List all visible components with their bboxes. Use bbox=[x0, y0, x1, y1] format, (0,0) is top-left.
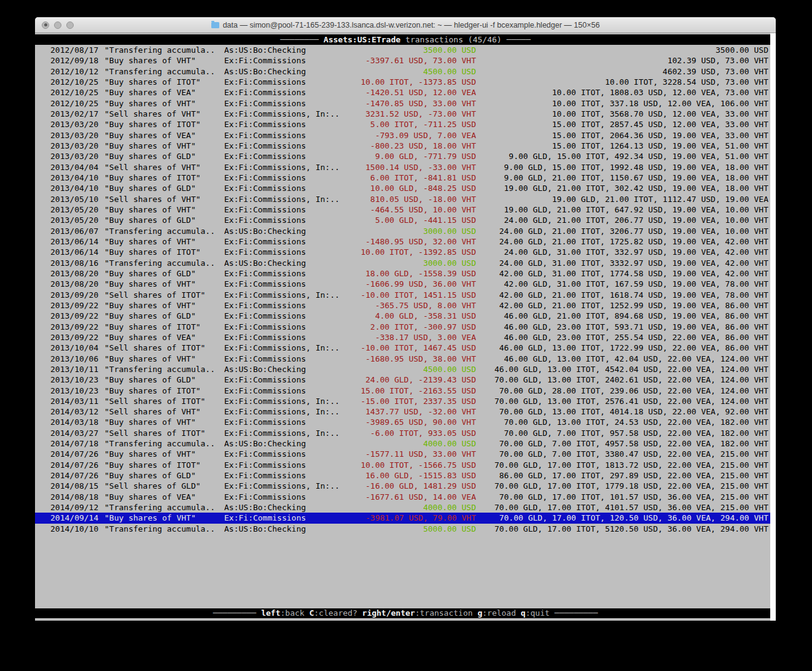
transaction-row[interactable]: 2013/06/14"Buy shares of ITOT"Ex:Fi:Comm… bbox=[35, 247, 776, 257]
transaction-row[interactable]: 2012/10/25"Buy shares of VEA"Ex:Fi:Commi… bbox=[35, 87, 776, 98]
transaction-row[interactable]: 2013/10/11"Transfering accumula..As:US:B… bbox=[35, 364, 776, 374]
transaction-row[interactable]: 2013/08/20"Buy shares of VHT"Ex:Fi:Commi… bbox=[35, 279, 776, 289]
cell-acct: Ex:Fi:Commissions, In:.. bbox=[224, 343, 345, 353]
transaction-row[interactable]: 2013/05/10"Sell shares of VHT"Ex:Fi:Comm… bbox=[35, 194, 776, 204]
footer-keybindings: left:back C:cleared? right/enter:transac… bbox=[261, 608, 550, 618]
transaction-row[interactable]: 2013/06/07"Transfering accumula..As:US:B… bbox=[35, 226, 776, 236]
keybinding-action: :cleared? bbox=[314, 608, 357, 618]
transaction-row[interactable]: 2013/09/22"Buy shares of VEA"Ex:Fi:Commi… bbox=[35, 332, 776, 343]
cell-desc: "Sell shares of VHT" bbox=[104, 162, 224, 173]
cell-chg: -6.00 ITOT, 933.05 USD bbox=[345, 428, 476, 438]
transactions-list: 2012/08/17"Transfering accumula..As:US:B… bbox=[35, 45, 776, 534]
cell-chg: -3981.07 USD, 79.00 VHT bbox=[345, 513, 476, 523]
cell-desc: "Buy shares of VHT" bbox=[104, 300, 224, 311]
titlebar[interactable]: data — simon@pool-71-165-239-133.lsanca.… bbox=[35, 17, 776, 33]
transaction-row[interactable]: 2012/09/18"Buy shares of VHT"Ex:Fi:Commi… bbox=[35, 55, 776, 66]
transaction-row[interactable]: 2013/04/10"Buy shares of GLD"Ex:Fi:Commi… bbox=[35, 183, 776, 193]
transaction-row[interactable]: 2013/04/10"Buy shares of ITOT"Ex:Fi:Comm… bbox=[35, 173, 776, 183]
transaction-row[interactable]: 2013/03/20"Buy shares of ITOT"Ex:Fi:Comm… bbox=[35, 119, 776, 130]
cell-acct: Ex:Fi:Commissions bbox=[224, 141, 345, 151]
header-dashes-left: ──────── bbox=[280, 35, 319, 44]
cell-desc: "Buy shares of VEA" bbox=[104, 332, 224, 343]
transaction-row[interactable]: 2012/10/12"Transfering accumula..As:US:B… bbox=[35, 66, 776, 77]
transaction-row[interactable]: 2014/07/26"Buy shares of ITOT"Ex:Fi:Comm… bbox=[35, 460, 776, 470]
cell-bal: 86.00 GLD, 17.00 ITOT, 297.89 USD, 22.00… bbox=[476, 470, 768, 481]
cell-acct: Ex:Fi:Commissions bbox=[224, 311, 345, 321]
close-button[interactable] bbox=[42, 21, 49, 29]
transaction-row[interactable]: 2013/04/04"Sell shares of VHT"Ex:Fi:Comm… bbox=[35, 162, 776, 173]
transaction-row[interactable]: 2014/08/18"Buy shares of VEA"Ex:Fi:Commi… bbox=[35, 492, 776, 502]
transaction-row[interactable]: 2012/08/17"Transfering accumula..As:US:B… bbox=[35, 45, 776, 55]
cell-bal: 24.00 GLD, 21.00 ITOT, 206.77 USD, 19.00… bbox=[476, 215, 768, 225]
cell-acct: Ex:Fi:Commissions, In:.. bbox=[224, 109, 345, 119]
cell-date: 2014/09/14 bbox=[50, 513, 104, 523]
cell-desc: "Transfering accumula.. bbox=[104, 45, 224, 55]
cell-chg: 3500.00 USD bbox=[345, 45, 476, 55]
transaction-row[interactable]: 2013/09/22"Buy shares of ITOT"Ex:Fi:Comm… bbox=[35, 322, 776, 332]
cell-date: 2014/10/10 bbox=[50, 524, 104, 534]
cell-date: 2013/08/20 bbox=[50, 268, 104, 279]
keybinding-action: :quit bbox=[526, 608, 550, 618]
cell-desc: "Sell shares of VHT" bbox=[104, 194, 224, 204]
cell-chg: 10.00 ITOT, -1392.85 USD bbox=[345, 247, 476, 257]
transaction-row[interactable]: 2014/03/18"Buy shares of VHT"Ex:Fi:Commi… bbox=[35, 417, 776, 427]
cell-date: 2013/08/20 bbox=[50, 279, 104, 289]
cell-acct: As:US:Bo:Checking bbox=[224, 45, 345, 55]
cell-date: 2013/10/04 bbox=[50, 343, 104, 353]
transaction-row[interactable]: 2013/03/20"Buy shares of GLD"Ex:Fi:Commi… bbox=[35, 151, 776, 161]
transaction-row[interactable]: 2013/06/14"Buy shares of VHT"Ex:Fi:Commi… bbox=[35, 236, 776, 247]
transaction-row[interactable]: 2013/05/20"Buy shares of VHT"Ex:Fi:Commi… bbox=[35, 204, 776, 215]
terminal-screen: ────────Assets:US:ETradetransactions (45… bbox=[35, 33, 776, 621]
transaction-row[interactable]: 2012/10/25"Buy shares of VHT"Ex:Fi:Commi… bbox=[35, 98, 776, 109]
cell-desc: "Buy shares of GLD" bbox=[104, 374, 224, 385]
transaction-row[interactable]: 2014/07/26"Buy shares of VHT"Ex:Fi:Commi… bbox=[35, 449, 776, 459]
cell-chg: -3989.65 USD, 90.00 VHT bbox=[345, 417, 476, 427]
transaction-row[interactable]: 2014/03/11"Sell shares of ITOT"Ex:Fi:Com… bbox=[35, 396, 776, 406]
cell-bal: 19.00 GLD, 21.00 ITOT, 302.42 USD, 19.00… bbox=[476, 183, 768, 193]
transaction-row[interactable]: 2013/08/16"Transfering accumula..As:US:B… bbox=[35, 258, 776, 268]
transaction-row[interactable]: 2013/10/23"Buy shares of GLD"Ex:Fi:Commi… bbox=[35, 374, 776, 385]
cell-desc: "Buy shares of VHT" bbox=[104, 55, 224, 66]
transaction-row[interactable]: 2013/09/22"Buy shares of VHT"Ex:Fi:Commi… bbox=[35, 300, 776, 311]
cell-desc: "Buy shares of ITOT" bbox=[104, 322, 224, 332]
cell-desc: "Buy shares of VHT" bbox=[104, 98, 224, 109]
cell-date: 2013/03/20 bbox=[50, 130, 104, 141]
transaction-row[interactable]: 2014/07/26"Buy shares of GLD"Ex:Fi:Commi… bbox=[35, 470, 776, 481]
zoom-button[interactable] bbox=[66, 21, 74, 29]
cell-bal: 42.00 GLD, 31.00 ITOT, 167.59 USD, 19.00… bbox=[476, 279, 768, 289]
transaction-row[interactable]: 2013/10/04"Sell shares of ITOT"Ex:Fi:Com… bbox=[35, 343, 776, 353]
transaction-row[interactable]: 2014/08/15"Sell shares of GLD"Ex:Fi:Comm… bbox=[35, 481, 776, 491]
transaction-row[interactable]: 2013/03/20"Buy shares of VHT"Ex:Fi:Commi… bbox=[35, 141, 776, 151]
transaction-row[interactable]: 2013/05/20"Buy shares of GLD"Ex:Fi:Commi… bbox=[35, 215, 776, 225]
cell-date: 2012/09/18 bbox=[50, 55, 104, 66]
transaction-row[interactable]: 2013/03/20"Buy shares of VEA"Ex:Fi:Commi… bbox=[35, 130, 776, 141]
cell-date: 2014/08/18 bbox=[50, 492, 104, 502]
cell-bal: 24.00 GLD, 21.00 ITOT, 3206.77 USD, 19.0… bbox=[476, 226, 768, 236]
cell-desc: "Transfering accumula.. bbox=[104, 66, 224, 77]
cell-bal: 3500.00 USD bbox=[476, 45, 768, 55]
cell-chg: -1480.95 USD, 32.00 VHT bbox=[345, 236, 476, 247]
cell-chg: -793.09 USD, 7.00 VEA bbox=[345, 130, 476, 141]
transaction-row[interactable]: 2013/08/20"Buy shares of GLD"Ex:Fi:Commi… bbox=[35, 268, 776, 279]
transaction-row[interactable]: 2013/09/22"Buy shares of GLD"Ex:Fi:Commi… bbox=[35, 311, 776, 321]
transaction-row[interactable]: 2013/09/20"Sell shares of ITOT"Ex:Fi:Com… bbox=[35, 290, 776, 300]
transaction-row[interactable]: 2014/09/12"Transfering accumula..As:US:B… bbox=[35, 502, 776, 513]
transaction-row[interactable]: 2012/10/25"Buy shares of ITOT"Ex:Fi:Comm… bbox=[35, 77, 776, 87]
cell-acct: Ex:Fi:Commissions bbox=[224, 386, 345, 396]
cell-desc: "Transfering accumula.. bbox=[104, 226, 224, 236]
cell-desc: "Buy shares of GLD" bbox=[104, 470, 224, 481]
transaction-row[interactable]: 2014/03/27"Sell shares of ITOT"Ex:Fi:Com… bbox=[35, 428, 776, 438]
scrollbar[interactable] bbox=[770, 33, 776, 621]
transaction-row[interactable]: 2014/03/12"Sell shares of VHT"Ex:Fi:Comm… bbox=[35, 406, 776, 417]
cell-chg: 1437.77 USD, -32.00 VHT bbox=[345, 406, 476, 417]
transaction-row[interactable]: 2013/10/06"Buy shares of VHT"Ex:Fi:Commi… bbox=[35, 354, 776, 364]
cell-acct: Ex:Fi:Commissions, In:.. bbox=[224, 194, 345, 204]
cell-acct: Ex:Fi:Commissions bbox=[224, 279, 345, 289]
minimize-button[interactable] bbox=[54, 21, 61, 29]
cell-date: 2013/10/11 bbox=[50, 364, 104, 374]
transaction-row[interactable]: 2014/09/14"Buy shares of VHT"Ex:Fi:Commi… bbox=[35, 513, 776, 523]
transaction-row[interactable]: 2013/02/17"Sell shares of VHT"Ex:Fi:Comm… bbox=[35, 109, 776, 119]
transaction-row[interactable]: 2014/07/18"Transfering accumula..As:US:B… bbox=[35, 438, 776, 449]
transaction-row[interactable]: 2013/10/23"Buy shares of ITOT"Ex:Fi:Comm… bbox=[35, 386, 776, 396]
transaction-row[interactable]: 2014/10/10"Transfering accumula..As:US:B… bbox=[35, 524, 776, 534]
